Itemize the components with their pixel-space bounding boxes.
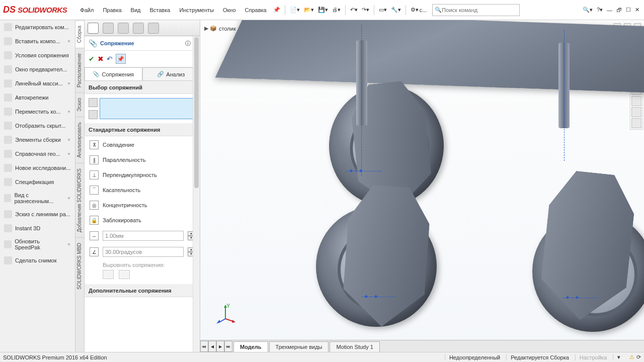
cmd-update-speedpak[interactable]: Обновить SpeedPak▼ [0,235,75,253]
cmd-exploded-view[interactable]: Вид с разнесенным...▼ [0,189,75,207]
pushpin-button[interactable]: 📌 [116,54,126,64]
main-area: Редактировать ком... Вставить компо...▼ … [0,20,644,352]
tab-nav-first[interactable]: ⏮ [200,341,208,352]
menu-help[interactable]: Справка [241,5,271,15]
cmd-assembly-features[interactable]: Элементы сборки▼ [0,133,75,147]
motion-tab-bar: ⏮ ◀ ▶ ⏭ Модель Трехмерные виды Motion St… [200,340,644,352]
cmd-snapshot[interactable]: Сделать снимок [0,253,75,267]
status-editing: Редактируется Сборка [506,354,573,360]
fm-tab-feature-tree[interactable] [88,23,99,34]
status-reload-icon[interactable]: ⟳ [636,354,641,360]
cmd-preview-window[interactable]: Окно предварител... [0,62,75,76]
tab-motion-study[interactable]: Motion Study 1 [330,341,379,352]
svg-text:Y: Y [226,304,230,309]
standard-mates-list: ⊼Совпадение ∥Параллельность ⊥Перпендикул… [85,136,200,284]
tab-3dviews[interactable]: Трехмерные виды [269,341,329,352]
tab-nav-last[interactable]: ⏭ [224,341,232,352]
fm-tab-display[interactable] [148,23,159,34]
fm-tab-property[interactable] [103,23,114,34]
save-button[interactable]: 💾▾ [316,6,330,14]
cmd-bom[interactable]: Спецификация [0,175,75,189]
menu-insert[interactable]: Вставка [145,5,174,15]
menu-window[interactable]: Окно [219,5,240,15]
mate-concentric[interactable]: ◎Концентричность [85,198,200,213]
pin-menu-button[interactable]: 📌 [272,6,282,14]
cmd-new-study[interactable]: Новое исследовани... [0,161,75,175]
open-button[interactable]: 📂▾ [302,6,315,14]
maximize-button[interactable]: ☐ [624,6,632,14]
minimize-button[interactable]: — [605,6,614,14]
print-button[interactable]: 🖨▾ [331,6,342,14]
menu-view[interactable]: Вид [127,5,145,15]
restore-button[interactable]: 🗗 [615,6,623,14]
select-button[interactable]: ▭▾ [377,6,388,14]
pm-help-arrow-icon[interactable]: ⓘ [185,40,191,47]
section-standard-mates[interactable]: Стандартные сопряжения˄ [85,123,200,136]
subtab-analysis[interactable]: 🔗 Анализ [142,67,200,80]
property-manager: 📎 Сопряжение ⓘ ? ✔ ✖ ↶ 📌 📎 Сопряжения 🔗 … [85,20,200,352]
tab-nav-prev[interactable]: ◀ [208,341,216,352]
cmd-linear-pattern[interactable]: Линейный масси...▼ [0,76,75,90]
pm-subtabs: 📎 Сопряжения 🔗 Анализ [85,67,200,81]
fm-tab-dimxpert[interactable] [133,23,144,34]
align-opposite-button[interactable] [119,270,130,279]
cmd-mate-conditions[interactable]: Условия сопряжения [0,48,75,62]
cmd-edit-component[interactable]: Редактировать ком... [0,20,75,34]
mate-perpendicular[interactable]: ⊥Перпендикулярность [85,167,200,183]
vtab-mbd[interactable]: SOLIDWORKS MBD [75,237,84,295]
new-button[interactable]: 📄▾ [288,6,301,14]
section-advanced-mates[interactable]: Дополнительные сопряжения˅ [85,284,200,297]
vtab-addins[interactable]: Добавления SOLIDWORKS [75,163,84,237]
mate-distance[interactable]: ↔ ▲▼ [85,228,200,244]
mate-lock[interactable]: 🔒Заблокировать [85,213,200,228]
help-button[interactable]: ?▾ [595,6,604,14]
undo-button[interactable]: ↶▾ [349,6,359,14]
subtab-mates[interactable]: 📎 Сопряжения [85,67,142,80]
vtab-layout[interactable]: Расположение [75,48,84,93]
cmd-sketch-lines[interactable]: Эскиз с линиями ра... [0,207,75,221]
align-same-button[interactable] [103,270,114,279]
menu-tools[interactable]: Инструменты [175,5,218,15]
mate-entities-field[interactable] [100,98,196,119]
close-button[interactable]: ✕ [633,6,641,14]
fm-tab-config[interactable] [118,23,129,34]
status-edition: SOLIDWORKS Premium 2016 x64 Edition [3,354,107,360]
cmd-move-component[interactable]: Переместить ко...▼ [0,105,75,119]
multi-mate-icon[interactable] [89,110,98,119]
cmd-instant3d[interactable]: Instant 3D [0,221,75,235]
mate-tangent[interactable]: ⌒Касательность [85,183,200,198]
mate-angle[interactable]: ∠ ▲▼ [85,244,200,260]
ok-button[interactable]: ✔ [89,55,95,63]
vtab-analyze[interactable]: Анализировать [75,117,84,163]
vtab-assembly[interactable]: Сборка [75,20,84,48]
orientation-triad[interactable]: Y [215,304,235,324]
undo-repeat-button[interactable]: ↶ [107,55,113,63]
menu-file[interactable]: Файл [76,5,98,15]
rebuild-button[interactable]: 🔧▾ [389,6,403,14]
menu-edit[interactable]: Правка [99,5,125,15]
cmd-smart-fasteners[interactable]: Автокрепежи [0,90,75,105]
mate-coincident[interactable]: ⊼Совпадение [85,137,200,152]
status-warning-icon[interactable]: ⚠ [629,354,634,360]
cmd-reference-geom[interactable]: Справочная гео...▼ [0,147,75,161]
graphics-viewport[interactable]: ▶ 📦 столик (Default<Displ... [200,20,644,352]
mate-parallel[interactable]: ∥Параллельность [85,152,200,167]
entities-icon[interactable] [89,98,98,107]
search-go-button[interactable]: 🔍▾ [581,6,594,14]
vtab-sketch[interactable]: Эскиз [75,93,84,117]
angle-input[interactable] [103,247,184,257]
cmd-show-hidden[interactable]: Отобразить скрыт... [0,119,75,133]
command-search[interactable]: 🔍 [432,4,520,16]
options-button[interactable]: ⚙▾ с... [409,6,429,14]
cmd-insert-component[interactable]: Вставить компо...▼ [0,34,75,48]
tab-nav-next[interactable]: ▶ [216,341,224,352]
pm-scrollbar[interactable] [193,36,200,352]
section-mate-selection[interactable]: Выбор сопряжений˄ [85,81,200,94]
distance-input[interactable] [103,231,184,241]
tab-model[interactable]: Модель [233,341,268,352]
status-custom[interactable]: Настройка [575,354,611,360]
command-search-input[interactable] [442,5,517,15]
cancel-button[interactable]: ✖ [98,55,104,63]
model-render: ✦─✦ ✦─✦ ✦─✦ [200,20,644,352]
redo-button[interactable]: ↷▾ [360,6,371,14]
